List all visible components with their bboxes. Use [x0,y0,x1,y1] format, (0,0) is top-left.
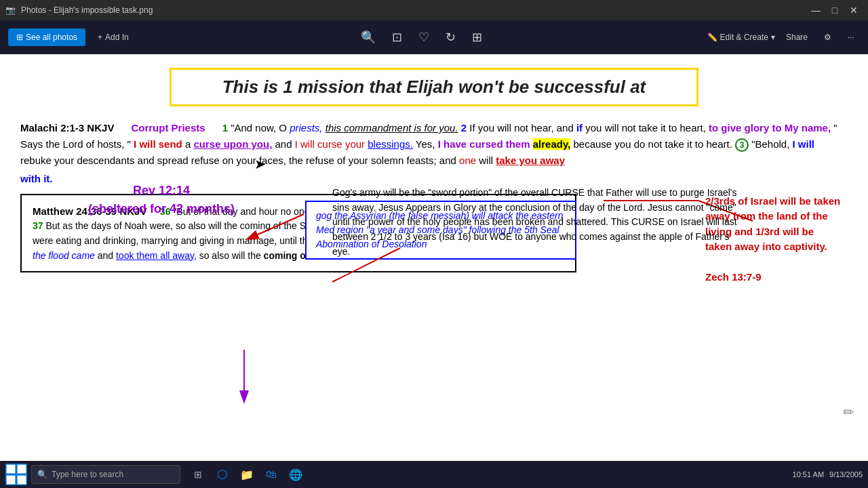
add-in-button[interactable]: + Add In [91,28,136,46]
corrupt-priests: Corrupt Priests [131,122,205,134]
one-text: one [459,155,476,166]
see-all-photos-button[interactable]: ⊞ See all photos [8,28,85,46]
glory-text: to give glory to My name, [709,122,831,134]
will-text: will [479,155,496,166]
actual-size-icon[interactable]: ⊡ [389,27,405,47]
gog-paragraph: Gog's army will be the "sword portion" o… [332,186,739,259]
gog-paragraph-text: Gog's army will be the "sword portion" o… [332,187,737,257]
content-body: Malachi 2:1-3 NKJV Corrupt Priests 1 "An… [20,120,848,272]
plus-icon: + [98,33,102,42]
titlebar-title: Photos - Elijah's impossible task.png [21,5,153,15]
settings-button[interactable]: ⚙ [818,30,837,45]
zech-ref: Zech 13:7-9 [705,271,762,283]
not-take: you will not take it to heart, [585,122,709,134]
more-button[interactable]: ··· [842,30,860,45]
app-toolbar: ⊞ See all photos + Add In 🔍 ⊡ ♡ ↻ ⊞ ✏️ E… [0,20,868,54]
share-button[interactable]: Share [781,30,813,45]
zoom-in-icon[interactable]: 🔍 [358,27,378,47]
take-away: take you away [496,155,565,166]
rotate-icon[interactable]: ↻ [443,27,458,47]
priests-text: priests, [290,122,322,134]
taskbar-icons: ⊞ ⬡ 📁 🛍 🌐 [187,464,307,485]
behold-text: "Behold, [751,138,792,150]
i-will-curse: I will curse your [295,138,368,150]
edit-pencil-icon: ✏ [843,404,854,420]
toolbar-center: 🔍 ⊡ ♡ ↻ ⊞ [141,27,702,47]
verse-1: 1 [222,122,228,134]
cursor-arrow: ➤ [254,154,266,174]
rev-text: Rev 12:14(sheltered for 42 months) [88,184,235,216]
verse-37: 37 [33,220,43,231]
explorer-icon[interactable]: 📁 [236,464,258,485]
if-text: If you will not hear, and [469,122,576,134]
taskbar-right: 10:51 AM 9/13/2005 [793,470,863,479]
svg-rect-10 [18,476,26,485]
will-send: I will send [134,138,182,150]
because-text: because you do not take it to heart. [573,138,732,150]
edge2-icon[interactable]: 🌐 [285,464,307,485]
circle-3: 3 [735,138,749,152]
yes-text: Yes, [416,138,438,150]
taskbar-time: 10:51 AM [793,470,824,479]
search-placeholder: Type here to search [52,470,123,479]
store-icon[interactable]: 🛍 [260,464,282,485]
took-them: took them all away, [116,250,197,261]
have-cursed: I have cursed them [438,138,533,150]
toolbar-right: ✏️ Edit & Create ▾ Share ⚙ ··· [707,30,860,45]
title-banner: This is 1 mission that Elijah won't be s… [170,68,698,106]
with-it: with it. [20,173,53,184]
i-will-text: I will [793,138,815,150]
app-icon: 📷 [5,5,16,15]
crop-icon[interactable]: ⊞ [469,27,485,47]
blessings: blessings. [368,138,413,150]
titlebar: 📷 Photos - Elijah's impossible task.png … [0,0,868,20]
window-controls: — □ ✕ [807,3,863,18]
task-view-icon[interactable]: ⊞ [187,464,209,485]
and-took: and [98,250,116,261]
already: already, [533,138,571,150]
close-button[interactable]: ✕ [845,3,863,18]
a-text: a [185,138,194,150]
dropdown-icon: ▾ [771,33,775,42]
minimize-button[interactable]: — [807,3,825,18]
verse-text-1: "And now, O [231,122,290,134]
windows-icon [5,464,27,485]
photos-icon: ⊞ [16,33,23,42]
search-icon: 🔍 [37,470,47,479]
taskbar-date: 9/13/2005 [829,470,863,479]
rebuke-text: rebuke your descendants and spread refus… [20,155,439,166]
maximize-button[interactable]: □ [826,3,844,18]
and-one-text: and [439,155,459,166]
malachi-ref: Malachi 2:1-3 NKJV [20,122,114,134]
title-text: This is 1 mission that Elijah won't be s… [222,77,646,97]
and-i: and [275,138,292,150]
verse-2: 2 [461,122,470,134]
main-content: This is 1 mission that Elijah won't be s… [0,54,868,461]
svg-rect-9 [7,476,16,485]
rev-box: Rev 12:14(sheltered for 42 months) [88,182,235,218]
favorite-icon[interactable]: ♡ [416,27,432,47]
if2: if [576,122,583,134]
svg-rect-8 [18,465,26,474]
taskbar: 🔍 Type here to search ⊞ ⬡ 📁 🛍 🌐 10:51 AM… [0,461,868,488]
edge-icon[interactable]: ⬡ [212,464,233,485]
commandment-text: this commandment is for you. [326,122,458,134]
flood-came: the flood came [33,250,95,261]
curse-upon: curse upon you, [193,138,272,150]
edit-create-button[interactable]: ✏️ Edit & Create ▾ [707,33,775,42]
taskbar-search[interactable]: 🔍 Type here to search [31,465,180,484]
start-button[interactable] [5,464,27,485]
edit-icon: ✏️ [707,33,717,42]
svg-rect-7 [7,465,16,474]
